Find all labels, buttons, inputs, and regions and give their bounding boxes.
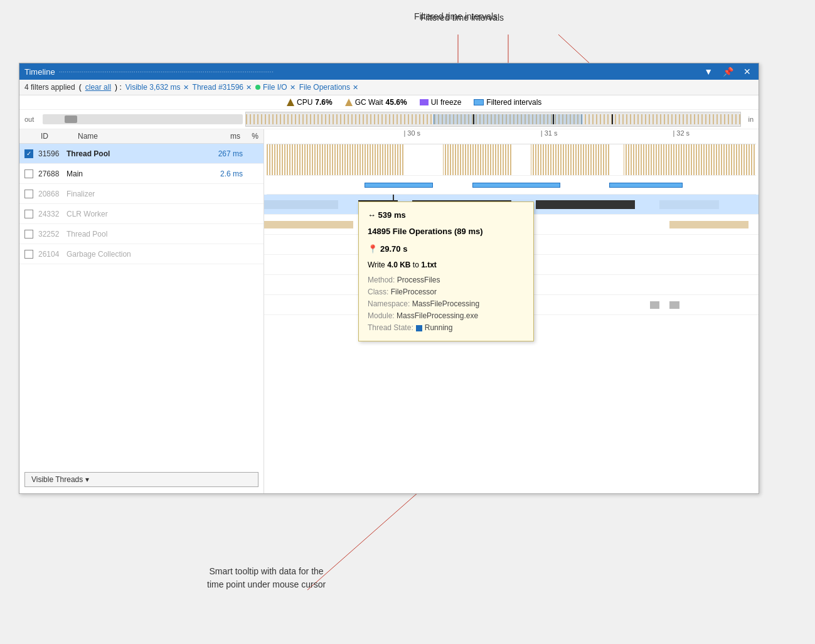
checkbox-1[interactable] (24, 169, 33, 178)
tt-seg-0-right (659, 200, 719, 209)
legend-filtered: Filtered intervals (474, 98, 541, 107)
filter-chip-visible-close[interactable]: ✕ (183, 83, 189, 92)
filter-chip-thread-label: Thread #31596 (193, 83, 243, 92)
thread-row-2[interactable]: 20868 Finalizer (19, 184, 264, 204)
tooltip-class-val: FileProcessor (391, 287, 437, 296)
filter-chip-visible: Visible 3,632 ms ✕ (125, 83, 189, 92)
dropdown-button[interactable]: ▼ (701, 67, 715, 77)
cpu-chart (267, 144, 756, 176)
fileio-row (267, 176, 756, 195)
legend-right: CPU 7.6% GC Wait 45.6% UI freeze Filtere… (282, 98, 541, 107)
mini-bars-container (246, 114, 740, 124)
mini-overview (245, 112, 741, 127)
tooltip-meta: Method: ProcessFiles Class: FileProcesso… (368, 274, 525, 335)
thread-id-4: 32252 (38, 230, 67, 239)
ruler-tick-30s: | 30 s (403, 129, 420, 144)
ruler-tick-31s: | 31 s (541, 129, 558, 144)
header-ms: ms (200, 132, 240, 141)
zoom-thumb[interactable] (65, 115, 77, 123)
fileio-chip-3 (609, 183, 683, 188)
thread-row-3[interactable]: 24332 CLR Worker (19, 204, 264, 224)
filter-chip-thread-close[interactable]: ✕ (246, 83, 252, 92)
tooltip-write: Write 4.0 KB to 1.txt (368, 259, 525, 271)
smart-tooltip: ↔ 539 ms 14895 File Operations (89 ms) 📍… (358, 201, 534, 341)
legend-gc: GC Wait 45.6% (345, 98, 407, 107)
tooltip-thread-state-row: Thread State: Running (368, 322, 525, 334)
gc-icon (345, 99, 353, 106)
thread-row-4[interactable]: 32252 Thread Pool (19, 224, 264, 244)
ruler-tick-31s-label: | 31 s (541, 129, 558, 137)
title-bar-title: Timeline (24, 67, 55, 77)
thread-row-1[interactable]: 27688 Main 2.6 ms (19, 164, 264, 184)
title-bar: Timeline ·······························… (19, 63, 759, 80)
cpu-icon (287, 99, 294, 106)
checkbox-0[interactable] (24, 149, 33, 158)
legend-ui-label: UI freeze (431, 98, 462, 107)
pin-icon: 📍 (368, 242, 378, 256)
tooltip-time: 📍 29.70 s (368, 242, 525, 256)
tooltip-class-label: Class: (368, 287, 388, 296)
zoom-out-label: out (24, 115, 40, 123)
checkbox-2[interactable] (24, 190, 33, 198)
thread-id-3: 24332 (38, 210, 67, 218)
tooltip-time-value: 29.70 s (380, 242, 407, 256)
thread-name-4: Thread Pool (67, 230, 202, 239)
filter-sep2: ) : (115, 83, 122, 92)
ruler-tick-32s: | 32 s (673, 129, 690, 144)
legend-gc-value: 45.6% (386, 98, 407, 107)
legend-cpu-label: CPU (297, 98, 312, 107)
tooltip-namespace-val: MassFileProcessing (412, 299, 479, 308)
tooltip-header: ↔ 539 ms (368, 208, 525, 222)
filter-bar: 4 filters applied ( clear all ) : Visibl… (19, 80, 759, 95)
tt-seg-0-1 (264, 200, 338, 209)
thread-row-5[interactable]: 26104 Garbage Collection (19, 244, 264, 264)
timeline-visual: | 30 s | 31 s | 32 s (264, 129, 759, 493)
tt-seg-5-4 (669, 301, 679, 309)
legend-gc-label: GC Wait (355, 98, 383, 107)
tooltip-size: 4.0 KB (387, 260, 410, 269)
tooltip-title: 14895 File Operations (89 ms) (368, 225, 525, 239)
cpu-gap-3 (609, 144, 624, 175)
filter-chip-fileio-close[interactable]: ✕ (290, 83, 296, 92)
filtered-icon (474, 99, 484, 105)
checkbox-5[interactable] (24, 250, 33, 259)
legend-cpu: CPU 7.6% (287, 98, 333, 107)
annotation-filtered-intervals: Filtered time intervals (414, 11, 498, 21)
legend-cpu-value: 7.6% (315, 98, 332, 107)
cpu-gap-2 (511, 144, 531, 175)
clear-all-link[interactable]: clear all (85, 83, 111, 92)
zoom-slider[interactable] (43, 114, 243, 124)
annotation-smart-tooltip: Smart tooltip with data for thetime poin… (207, 565, 326, 591)
filter-separator: ( (79, 83, 82, 92)
filter-chip-fileops-label: File Operations (299, 83, 350, 92)
tooltip-to: to (413, 260, 421, 269)
thread-list-header: ID Name ms % (19, 129, 264, 144)
legend-ui: UI freeze (420, 98, 462, 107)
close-button[interactable]: ✕ (741, 67, 754, 77)
checkbox-3[interactable] (24, 210, 33, 218)
fileio-chip-1 (365, 183, 433, 188)
visible-threads-button[interactable]: Visible Threads ▾ (24, 472, 258, 487)
thread-name-5: Garbage Collection (67, 250, 202, 259)
filter-chip-fileio: File I/O ✕ (255, 83, 296, 92)
zoom-in-label: in (741, 115, 754, 123)
tooltip-class-row: Class: FileProcessor (368, 286, 525, 298)
tooltip-method-label: Method: (368, 276, 395, 284)
filter-chip-visible-label: Visible 3,632 ms (125, 83, 181, 92)
tooltip-module-val: MassFileProcessing.exe (397, 311, 478, 320)
thread-row-0[interactable]: 31596 Thread Pool 267 ms (19, 144, 264, 164)
filter-chip-fileops-close[interactable]: ✕ (353, 83, 358, 92)
cpu-gap-1 (403, 144, 442, 175)
checkbox-4[interactable] (24, 230, 33, 239)
pin-button[interactable]: 📌 (720, 67, 736, 77)
tt-seg-1-2 (669, 221, 748, 228)
mini-marker-2 (553, 114, 554, 124)
filter-chip-fileops: File Operations ✕ (299, 83, 358, 92)
tooltip-module-row: Module: MassFileProcessing.exe (368, 310, 525, 322)
thread-name-2: Finalizer (67, 190, 202, 198)
thread-list: ID Name ms % 31596 Thread Pool 267 ms (19, 129, 264, 493)
title-bar-left: Timeline ·······························… (24, 67, 274, 77)
thread-ms-1: 2.6 ms (202, 169, 243, 178)
thread-list-spacer (19, 264, 264, 466)
thread-name-0: Thread Pool (67, 149, 202, 158)
